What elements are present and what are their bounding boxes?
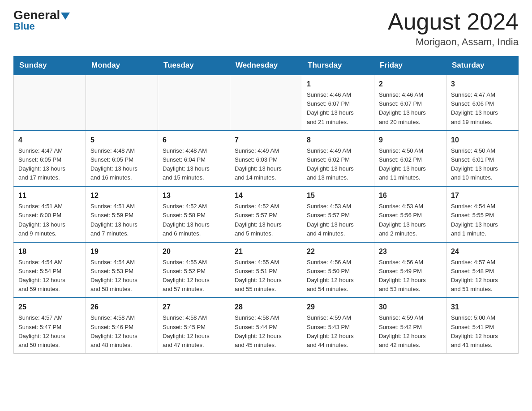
calendar-cell: 4Sunrise: 4:47 AMSunset: 6:05 PMDaylight… [14,131,86,187]
page-header: General Blue August 2024 Morigaon, Assam… [13,9,519,48]
day-info: Sunrise: 4:57 AMSunset: 5:47 PMDaylight:… [18,313,81,350]
calendar-cell: 13Sunrise: 4:52 AMSunset: 5:58 PMDayligh… [158,186,230,242]
location-title: Morigaon, Assam, India [388,36,519,48]
day-number: 18 [18,246,81,257]
calendar-cell: 22Sunrise: 4:56 AMSunset: 5:50 PMDayligh… [302,242,374,298]
day-info: Sunrise: 4:48 AMSunset: 6:05 PMDaylight:… [90,146,153,183]
day-number: 5 [90,135,153,146]
day-info: Sunrise: 4:46 AMSunset: 6:07 PMDaylight:… [307,90,369,127]
calendar-cell: 21Sunrise: 4:55 AMSunset: 5:51 PMDayligh… [230,242,302,298]
calendar-cell: 24Sunrise: 4:57 AMSunset: 5:48 PMDayligh… [446,242,519,298]
calendar-cell: 17Sunrise: 4:54 AMSunset: 5:55 PMDayligh… [446,186,519,242]
day-info: Sunrise: 4:57 AMSunset: 5:48 PMDaylight:… [451,258,514,294]
calendar-header-row: SundayMondayTuesdayWednesdayThursdayFrid… [14,56,519,75]
calendar-cell: 10Sunrise: 4:50 AMSunset: 6:01 PMDayligh… [446,131,519,187]
calendar-cell: 25Sunrise: 4:57 AMSunset: 5:47 PMDayligh… [14,298,86,353]
calendar-cell [86,75,158,131]
column-header-sunday: Sunday [14,56,86,75]
day-number: 12 [90,190,153,201]
calendar-cell: 20Sunrise: 4:55 AMSunset: 5:52 PMDayligh… [158,242,230,298]
calendar-cell: 29Sunrise: 4:59 AMSunset: 5:43 PMDayligh… [302,298,374,353]
day-number: 3 [451,79,514,90]
calendar-cell: 5Sunrise: 4:48 AMSunset: 6:05 PMDaylight… [86,131,158,187]
day-number: 15 [307,190,369,201]
logo: General Blue [13,9,70,32]
week-row-2: 4Sunrise: 4:47 AMSunset: 6:05 PMDaylight… [14,131,519,187]
day-number: 2 [379,79,442,90]
week-row-5: 25Sunrise: 4:57 AMSunset: 5:47 PMDayligh… [14,298,519,353]
calendar-cell [158,75,230,131]
day-info: Sunrise: 4:48 AMSunset: 6:04 PMDaylight:… [163,146,225,183]
month-title: August 2024 [388,9,519,34]
day-info: Sunrise: 4:56 AMSunset: 5:50 PMDaylight:… [307,258,369,294]
day-info: Sunrise: 4:52 AMSunset: 5:57 PMDaylight:… [235,202,297,238]
day-number: 29 [307,302,369,313]
calendar-cell: 7Sunrise: 4:49 AMSunset: 6:03 PMDaylight… [230,131,302,187]
day-info: Sunrise: 4:54 AMSunset: 5:55 PMDaylight:… [451,202,514,238]
calendar-cell: 26Sunrise: 4:58 AMSunset: 5:46 PMDayligh… [86,298,158,353]
day-number: 23 [379,246,442,257]
calendar-cell: 15Sunrise: 4:53 AMSunset: 5:57 PMDayligh… [302,186,374,242]
day-number: 1 [307,79,369,90]
day-info: Sunrise: 4:54 AMSunset: 5:54 PMDaylight:… [18,258,81,294]
day-number: 9 [379,135,442,146]
day-info: Sunrise: 4:52 AMSunset: 5:58 PMDaylight:… [163,202,225,238]
calendar-cell: 12Sunrise: 4:51 AMSunset: 5:59 PMDayligh… [86,186,158,242]
day-number: 6 [163,135,225,146]
calendar-cell: 1Sunrise: 4:46 AMSunset: 6:07 PMDaylight… [302,75,374,131]
calendar-cell: 19Sunrise: 4:54 AMSunset: 5:53 PMDayligh… [86,242,158,298]
day-number: 4 [18,135,81,146]
calendar-cell: 16Sunrise: 4:53 AMSunset: 5:56 PMDayligh… [374,186,446,242]
calendar-cell: 27Sunrise: 4:58 AMSunset: 5:45 PMDayligh… [158,298,230,353]
day-info: Sunrise: 4:46 AMSunset: 6:07 PMDaylight:… [379,90,442,127]
day-info: Sunrise: 5:00 AMSunset: 5:41 PMDaylight:… [451,313,514,350]
calendar-cell [230,75,302,131]
day-info: Sunrise: 4:47 AMSunset: 6:05 PMDaylight:… [18,146,81,183]
calendar-cell: 9Sunrise: 4:50 AMSunset: 6:02 PMDaylight… [374,131,446,187]
logo-general-text: General [13,9,70,21]
day-info: Sunrise: 4:53 AMSunset: 5:57 PMDaylight:… [307,202,369,238]
title-section: August 2024 Morigaon, Assam, India [388,9,519,48]
day-info: Sunrise: 4:58 AMSunset: 5:44 PMDaylight:… [235,313,297,350]
day-info: Sunrise: 4:51 AMSunset: 5:59 PMDaylight:… [90,202,153,238]
calendar-cell: 2Sunrise: 4:46 AMSunset: 6:07 PMDaylight… [374,75,446,131]
day-number: 24 [451,246,514,257]
calendar-cell: 31Sunrise: 5:00 AMSunset: 5:41 PMDayligh… [446,298,519,353]
logo-triangle-icon [61,13,70,20]
day-number: 10 [451,135,514,146]
day-info: Sunrise: 4:59 AMSunset: 5:43 PMDaylight:… [307,313,369,350]
week-row-3: 11Sunrise: 4:51 AMSunset: 6:00 PMDayligh… [14,186,519,242]
column-header-tuesday: Tuesday [158,56,230,75]
day-number: 26 [90,302,153,313]
calendar-cell: 8Sunrise: 4:49 AMSunset: 6:02 PMDaylight… [302,131,374,187]
column-header-monday: Monday [86,56,158,75]
day-info: Sunrise: 4:59 AMSunset: 5:42 PMDaylight:… [379,313,442,350]
day-number: 8 [307,135,369,146]
day-number: 25 [18,302,81,313]
day-info: Sunrise: 4:50 AMSunset: 6:02 PMDaylight:… [379,146,442,183]
column-header-wednesday: Wednesday [230,56,302,75]
calendar-cell: 6Sunrise: 4:48 AMSunset: 6:04 PMDaylight… [158,131,230,187]
calendar-cell: 23Sunrise: 4:56 AMSunset: 5:49 PMDayligh… [374,242,446,298]
day-number: 20 [163,246,225,257]
day-number: 28 [235,302,297,313]
column-header-thursday: Thursday [302,56,374,75]
day-number: 27 [163,302,225,313]
day-info: Sunrise: 4:54 AMSunset: 5:53 PMDaylight:… [90,258,153,294]
calendar-cell: 14Sunrise: 4:52 AMSunset: 5:57 PMDayligh… [230,186,302,242]
week-row-1: 1Sunrise: 4:46 AMSunset: 6:07 PMDaylight… [14,75,519,131]
day-number: 31 [451,302,514,313]
day-info: Sunrise: 4:58 AMSunset: 5:46 PMDaylight:… [90,313,153,350]
week-row-4: 18Sunrise: 4:54 AMSunset: 5:54 PMDayligh… [14,242,519,298]
day-info: Sunrise: 4:50 AMSunset: 6:01 PMDaylight:… [451,146,514,183]
day-info: Sunrise: 4:53 AMSunset: 5:56 PMDaylight:… [379,202,442,238]
calendar-table: SundayMondayTuesdayWednesdayThursdayFrid… [13,56,519,354]
day-info: Sunrise: 4:58 AMSunset: 5:45 PMDaylight:… [163,313,225,350]
calendar-cell: 30Sunrise: 4:59 AMSunset: 5:42 PMDayligh… [374,298,446,353]
day-number: 30 [379,302,442,313]
day-info: Sunrise: 4:55 AMSunset: 5:51 PMDaylight:… [235,258,297,294]
day-info: Sunrise: 4:47 AMSunset: 6:06 PMDaylight:… [451,90,514,127]
day-info: Sunrise: 4:56 AMSunset: 5:49 PMDaylight:… [379,258,442,294]
day-number: 14 [235,190,297,201]
day-info: Sunrise: 4:49 AMSunset: 6:03 PMDaylight:… [235,146,297,183]
